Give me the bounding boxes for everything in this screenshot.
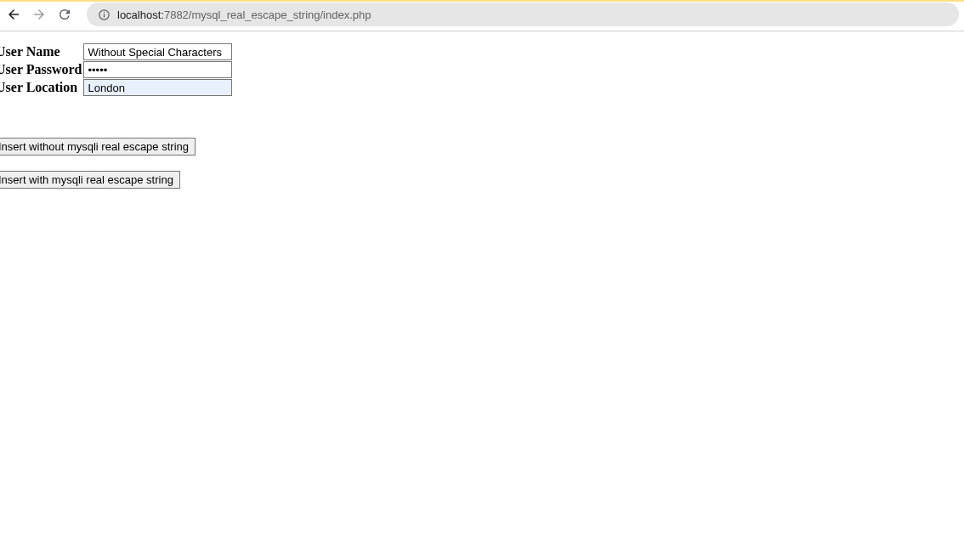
site-info-icon[interactable]: [97, 8, 111, 21]
svg-rect-2: [103, 11, 104, 12]
insert-with-button[interactable]: Insert with mysqli real escape string: [0, 171, 180, 189]
svg-rect-1: [103, 14, 104, 17]
label-password: User Password: [0, 61, 83, 79]
label-username: User Name: [0, 43, 83, 61]
input-location[interactable]: [83, 79, 232, 96]
page-content: User Name User Password User Location In…: [0, 31, 964, 189]
row-location: User Location: [0, 79, 234, 97]
spacer: [0, 156, 964, 171]
form-table: User Name User Password User Location: [0, 43, 234, 97]
label-location: User Location: [0, 79, 83, 97]
button-row-1: Insert without mysqli real escape string: [0, 138, 964, 156]
url-text: localhost:7882/mysql_real_escape_string/…: [117, 8, 371, 21]
url-host: localhost:: [117, 8, 164, 21]
back-button[interactable]: [5, 6, 22, 23]
insert-without-button[interactable]: Insert without mysqli real escape string: [0, 138, 196, 156]
row-username: User Name: [0, 43, 234, 61]
url-path: 7882/mysql_real_escape_string/index.php: [164, 8, 371, 21]
input-password[interactable]: [83, 61, 232, 78]
row-password: User Password: [0, 61, 234, 79]
address-bar[interactable]: localhost:7882/mysql_real_escape_string/…: [87, 3, 959, 26]
spacer: [0, 97, 964, 138]
forward-button[interactable]: [31, 6, 48, 23]
browser-toolbar: localhost:7882/mysql_real_escape_string/…: [0, 2, 964, 27]
input-username[interactable]: [83, 43, 232, 60]
button-row-2: Insert with mysqli real escape string: [0, 171, 964, 189]
reload-button[interactable]: [56, 6, 73, 23]
